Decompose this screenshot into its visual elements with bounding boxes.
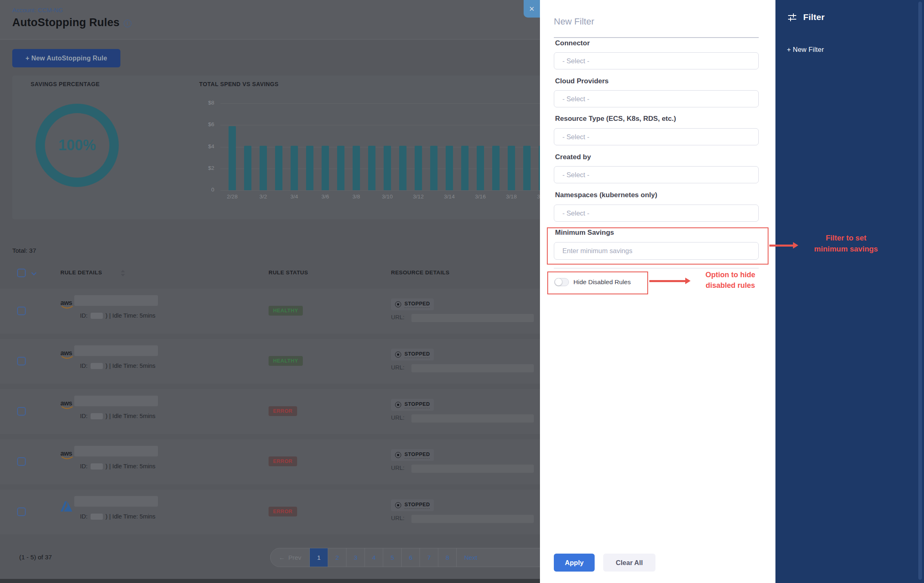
filter-field-label-3: Resource Type (ECS, K8s, RDS, etc.) — [555, 115, 676, 123]
row-checkbox[interactable] — [17, 507, 26, 516]
pagination-page-2[interactable]: 2 — [328, 548, 346, 567]
scrollbar[interactable] — [918, 2, 922, 580]
info-icon[interactable]: i — [124, 20, 131, 27]
new-autostopping-rule-button[interactable]: + New AutoStopping Rule — [12, 49, 120, 67]
pagination-prev[interactable]: ←Prev — [271, 548, 309, 567]
hide-rules-arrow-head — [685, 278, 691, 284]
total-count: Total: 37 — [12, 247, 36, 254]
row-checkbox[interactable] — [17, 307, 26, 315]
row-checkbox[interactable] — [17, 407, 26, 416]
bar — [415, 146, 422, 190]
bar — [384, 146, 391, 190]
resource-state-badge[interactable]: STOPPED — [391, 349, 434, 360]
pagination-page-4[interactable]: 4 — [364, 548, 383, 567]
x-tick-label: 3/10 — [372, 194, 403, 200]
filter-field-select-5[interactable]: - Select - — [554, 205, 759, 222]
filter-list-panel: Filter + New Filter — [775, 0, 924, 583]
table-header: RULE DETAILS RULE STATUS RESOURCE DETAIL… — [0, 265, 540, 286]
pagination-page-6[interactable]: 6 — [401, 548, 420, 567]
stopped-icon — [395, 502, 401, 508]
filter-field-select-3[interactable]: - Select - — [554, 128, 759, 145]
pagination-page-1[interactable]: 1 — [309, 548, 328, 567]
redacted-rule-name — [74, 396, 158, 406]
table-row[interactable]: awsID:) | Idle Time: 5minsERRORSTOPPEDUR… — [0, 389, 540, 434]
section-divider — [554, 268, 759, 269]
gridline — [220, 190, 540, 191]
chevron-down-icon[interactable] — [31, 272, 37, 276]
azure-icon — [60, 501, 73, 514]
resource-state-badge[interactable]: STOPPED — [391, 449, 434, 461]
redacted-id — [91, 363, 103, 369]
resource-state-text: STOPPED — [404, 351, 430, 358]
url-label: URL: — [391, 465, 404, 471]
redacted-url — [411, 465, 534, 473]
page-header: Account: CCM-NG AutoStopping Rules i — [0, 0, 540, 40]
page-title: AutoStopping Rules i — [12, 16, 131, 29]
filter-field-select-1[interactable]: - Select - — [554, 52, 759, 69]
resource-state-badge[interactable]: STOPPED — [391, 399, 434, 411]
bar — [260, 146, 267, 190]
url-label: URL: — [391, 314, 404, 320]
pagination-page-5[interactable]: 5 — [383, 548, 401, 567]
clear-all-button[interactable]: Clear All — [603, 554, 655, 572]
redacted-url — [411, 414, 534, 423]
pagination-page-3[interactable]: 3 — [346, 548, 364, 567]
bar — [399, 146, 406, 190]
filter-field-label-5: Namespaces (kubernetes only) — [555, 191, 657, 199]
col-rule-details[interactable]: RULE DETAILS — [60, 269, 102, 276]
breadcrumb[interactable]: Account: CCM-NG — [12, 7, 63, 13]
filter-field-label-2: Cloud Providers — [555, 77, 609, 85]
table-row[interactable]: awsID:) | Idle Time: 5minsERRORSTOPPEDUR… — [0, 439, 540, 484]
redacted-rule-name — [74, 345, 158, 356]
bar — [337, 146, 344, 190]
x-tick-label: 3/20 — [527, 194, 540, 200]
row-checkbox[interactable] — [17, 457, 26, 466]
idle-time-text: ) | Idle Time: 5mins — [106, 312, 155, 319]
table-row[interactable]: ID:) | Idle Time: 5minsERRORSTOPPEDURL: — [0, 490, 540, 534]
select-all-checkbox[interactable] — [17, 269, 26, 277]
bar — [306, 146, 313, 190]
x-tick-label: 3/2 — [248, 194, 279, 200]
rule-id-line: ID:) | Idle Time: 5mins — [80, 513, 155, 520]
pagination-next[interactable]: Next — [456, 548, 484, 567]
table-row[interactable]: awsID:) | Idle Time: 5minsHEALTHYSTOPPED… — [0, 339, 540, 384]
bar — [492, 146, 500, 190]
prev-arrow-icon: ← — [279, 554, 285, 561]
x-tick-label: 3/8 — [341, 194, 372, 200]
hide-rules-arrow — [649, 280, 685, 282]
rule-id-label: ID: — [80, 312, 88, 319]
col-resource-details: RESOURCE DETAILS — [391, 269, 449, 276]
total-spend-title: TOTAL SPEND VS SAVINGS — [199, 81, 278, 87]
new-filter-link[interactable]: + New Filter — [787, 46, 824, 53]
min-savings-annotation: Filter to set minimum savings — [797, 233, 895, 255]
rule-status-badge: HEALTHY — [269, 356, 303, 366]
pagination-page-8[interactable]: 8 — [438, 548, 456, 567]
filter-name-input[interactable] — [554, 16, 759, 27]
rule-id-label: ID: — [80, 513, 88, 520]
stopped-icon — [395, 452, 401, 458]
filter-field-select-2[interactable]: - Select - — [554, 90, 759, 107]
bar — [523, 146, 531, 190]
filter-field-select-4[interactable]: - Select - — [554, 166, 759, 183]
y-tick-label: $4 — [182, 143, 214, 149]
savings-percentage-value: 100% — [58, 137, 96, 154]
x-tick-label: 3/4 — [279, 194, 310, 200]
url-label: URL: — [391, 515, 404, 521]
row-checkbox[interactable] — [17, 357, 26, 365]
resource-state-badge[interactable]: STOPPED — [391, 499, 434, 511]
apply-button[interactable]: Apply — [554, 554, 595, 572]
redacted-id — [91, 463, 103, 470]
pagination-page-7[interactable]: 7 — [420, 548, 438, 567]
title-divider — [554, 37, 759, 38]
bar — [229, 126, 236, 190]
stopped-icon — [395, 402, 401, 408]
table-row[interactable]: awsID:) | Idle Time: 5minsHEALTHYSTOPPED… — [0, 289, 540, 334]
rule-id-label: ID: — [80, 463, 88, 470]
resource-state-badge[interactable]: STOPPED — [391, 298, 434, 310]
rule-status-badge: HEALTHY — [269, 306, 303, 316]
spend-vs-savings-bar-chart — [220, 103, 540, 190]
sort-icon[interactable] — [121, 270, 125, 276]
close-drawer-button[interactable]: × — [524, 0, 540, 18]
url-label: URL: — [391, 414, 404, 421]
idle-time-text: ) | Idle Time: 5mins — [106, 513, 155, 520]
